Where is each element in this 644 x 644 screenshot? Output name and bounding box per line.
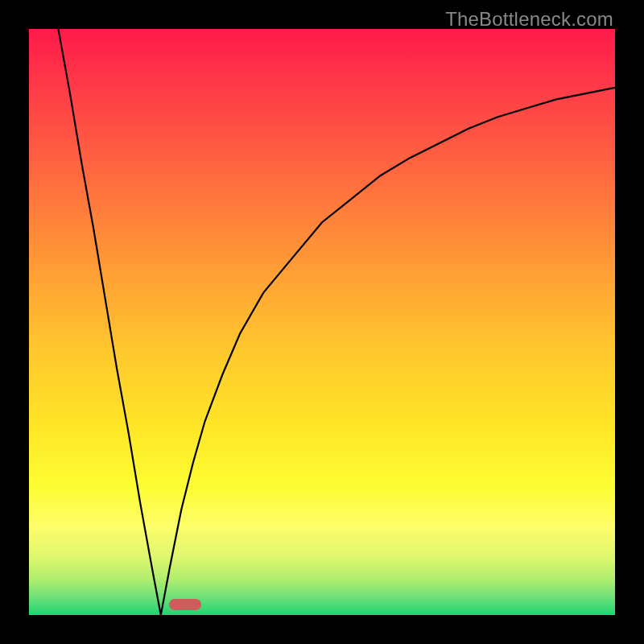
chart-plot-area	[29, 29, 615, 615]
watermark-text: TheBottleneck.com	[445, 8, 613, 31]
chart-curve-svg	[29, 29, 615, 615]
min-point-marker	[169, 599, 201, 610]
bottleneck-curve	[58, 29, 615, 615]
